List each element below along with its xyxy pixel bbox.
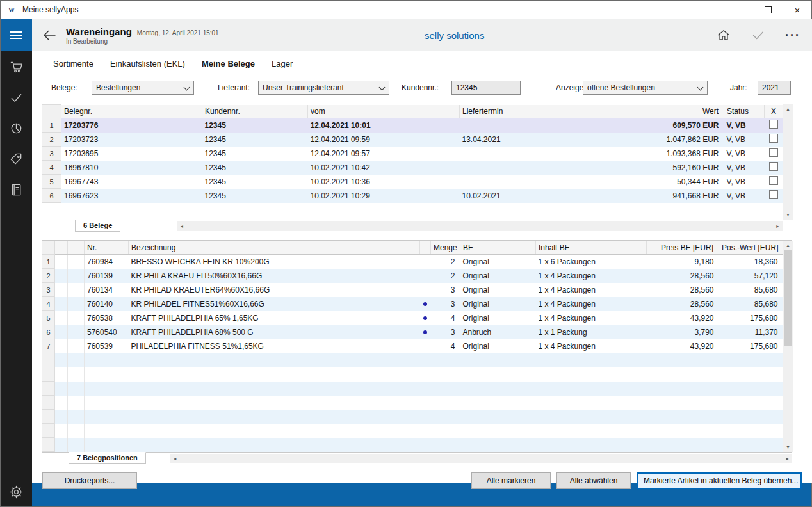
row-select-checkbox[interactable] [769, 120, 778, 129]
position-row[interactable]: 5 760538 KRAFT PHILADELPHIA 65% 1,65KG 4… [42, 311, 783, 325]
cell-inhalt-be [536, 396, 647, 410]
col-bezeichnung[interactable]: Bezeichnung [129, 241, 420, 255]
jahr-input[interactable] [758, 81, 791, 95]
cell-nr: 760139 [85, 269, 129, 283]
home-button[interactable] [716, 28, 731, 43]
col-x[interactable]: X [765, 105, 783, 118]
sidebar-item-pricetag[interactable] [0, 143, 32, 174]
beleg-row[interactable]: 5 16967743 12345 10.02.2021 10:36 50,344… [42, 175, 783, 189]
scrollbar-thumb[interactable] [784, 250, 792, 346]
col-preis-be[interactable]: Preis BE [EUR] [647, 241, 719, 255]
belege-vertical-scrollbar[interactable]: ▲ ▼ [783, 104, 793, 220]
col-pos-wert[interactable]: Pos.-Wert [EUR] [719, 241, 783, 255]
tab-meine-belege[interactable]: Meine Belege [202, 59, 255, 72]
sidebar-item-tasks[interactable] [0, 82, 32, 113]
scrollbar-track[interactable] [783, 250, 793, 442]
col-vom[interactable]: vom [308, 105, 460, 118]
positionen-vertical-scrollbar[interactable]: ▲ ▼ [783, 241, 793, 452]
menu-button[interactable] [0, 19, 32, 51]
belege-table-body: 1 17203776 12345 12.04.2021 10:01 609,57… [42, 118, 783, 203]
scrollbar-track[interactable] [783, 114, 793, 210]
position-row[interactable]: 3 760134 KR PHILAD KRAEUTER64%60X16,66G … [42, 283, 783, 297]
row-select-checkbox[interactable] [769, 148, 778, 157]
beleg-row[interactable]: 4 16967810 12345 10.02.2021 10:42 592,16… [42, 161, 783, 175]
cell-blank-1 [55, 283, 68, 297]
beleg-row[interactable]: 1 17203776 12345 12.04.2021 10:01 609,57… [42, 118, 783, 133]
beleg-row[interactable]: 6 16967623 12345 10.02.2021 10:29 10.02.… [42, 189, 783, 203]
beleg-row[interactable]: 3 17203695 12345 12.04.2021 09:57 1.093,… [42, 147, 783, 161]
anzeige-select[interactable]: offene Bestellungen [583, 81, 708, 95]
cell-bezeichnung: PHILADELPHIA FITNESS 51%1,65KG [129, 339, 420, 353]
position-row[interactable] [42, 382, 783, 396]
position-row[interactable]: 4 760140 KR PHILADEL FITNES51%60X16,66G … [42, 297, 783, 311]
minimize-button[interactable] [724, 0, 753, 19]
position-row[interactable]: 7 760539 PHILADELPHIA FITNESS 51%1,65KG … [42, 339, 783, 353]
cell-pos-wert [719, 396, 783, 410]
scroll-down-icon[interactable]: ▼ [783, 442, 793, 452]
action-bar: Druckreports... Alle markieren Alle abwä… [42, 472, 802, 489]
scroll-up-icon[interactable]: ▲ [783, 104, 793, 114]
cell-bezeichnung [129, 367, 420, 382]
kundennr-input[interactable] [451, 81, 521, 95]
position-row[interactable]: 1 760984 BRESSO WEICHKA FEIN KR 10%200G … [42, 255, 783, 269]
sidebar-item-cart[interactable] [0, 51, 32, 82]
scroll-up-icon[interactable]: ▲ [783, 241, 793, 250]
close-button[interactable]: × [783, 0, 812, 19]
cell-blank-2 [68, 367, 85, 382]
col-kundennr[interactable]: Kundennr. [202, 105, 308, 118]
druckreports-button[interactable]: Druckreports... [42, 472, 137, 489]
position-row[interactable] [42, 438, 783, 452]
position-row[interactable] [42, 396, 783, 410]
more-options-button[interactable]: ··· [785, 28, 800, 43]
row-select-checkbox[interactable] [769, 162, 778, 171]
beleg-row[interactable]: 2 17203723 12345 12.04.2021 09:59 13.04.… [42, 133, 783, 147]
scroll-down-icon[interactable]: ▼ [783, 210, 793, 220]
tab-sortimente[interactable]: Sortimente [53, 59, 93, 72]
position-row[interactable]: 2 760139 KR PHILA KRAEU FIT50%60X16,66G … [42, 269, 783, 283]
uebernehmen-button[interactable]: Markierte Artikel in aktuellen Beleg übe… [637, 472, 802, 489]
belege-select[interactable]: Bestellungen [92, 81, 194, 95]
position-row[interactable]: 6 5760540 KRAFT PHILADELPHIA 68% 500 G 3… [42, 325, 783, 339]
position-row[interactable] [42, 410, 783, 424]
cell-inhalt-be: 1 x 1 Packung [536, 325, 647, 339]
col-wert[interactable]: Wert [587, 105, 724, 118]
scroll-right-icon[interactable]: ► [773, 221, 783, 231]
confirm-button[interactable] [751, 28, 766, 43]
col-liefertermin[interactable]: Liefertermin [460, 105, 587, 118]
belege-footer: 6 Belege ◄ ► [42, 220, 792, 234]
col-status[interactable]: Status [724, 105, 765, 118]
cell-preis-be: 28,560 [647, 269, 719, 283]
position-row[interactable] [42, 367, 783, 382]
cell-preis-be [647, 410, 719, 424]
col-inhalt-be[interactable]: Inhalt BE [536, 241, 647, 255]
col-menge[interactable]: Menge [431, 241, 460, 255]
row-select-checkbox[interactable] [769, 134, 778, 143]
scroll-left-icon[interactable]: ◄ [170, 454, 180, 463]
maximize-button[interactable] [753, 0, 783, 19]
sidebar-item-journal[interactable] [0, 174, 32, 205]
belege-horizontal-scrollbar[interactable]: ◄ ► [177, 221, 783, 231]
scroll-right-icon[interactable]: ► [783, 454, 792, 463]
position-row[interactable] [42, 424, 783, 438]
position-row[interactable] [42, 353, 783, 367]
col-be[interactable]: BE [460, 241, 536, 255]
scrollbar-track[interactable] [186, 221, 773, 231]
row-select-checkbox[interactable] [769, 176, 778, 185]
cell-be: Original [460, 339, 536, 353]
tab-lager[interactable]: Lager [272, 59, 293, 72]
lieferant-select[interactable]: Unser Trainingslieferant [258, 81, 389, 95]
tab-einkaufslisten[interactable]: Einkaufslisten (EKL) [110, 59, 185, 72]
alle-markieren-button[interactable]: Alle markieren [471, 472, 551, 489]
sidebar-item-statistics[interactable] [0, 113, 32, 143]
row-select-checkbox[interactable] [769, 190, 778, 199]
scroll-left-icon[interactable]: ◄ [177, 221, 186, 231]
scrollbar-track[interactable] [180, 454, 783, 463]
positionen-horizontal-scrollbar[interactable]: ◄ ► [170, 454, 792, 463]
cell-marker-dot [420, 255, 431, 269]
sidebar-item-settings[interactable] [0, 476, 32, 507]
back-button[interactable] [40, 26, 58, 44]
col-belegnr[interactable]: Belegnr. [61, 105, 202, 118]
cell-marker-dot [420, 311, 431, 325]
alle-abwaehlen-button[interactable]: Alle abwählen [556, 472, 631, 489]
col-nr[interactable]: Nr. [85, 241, 129, 255]
